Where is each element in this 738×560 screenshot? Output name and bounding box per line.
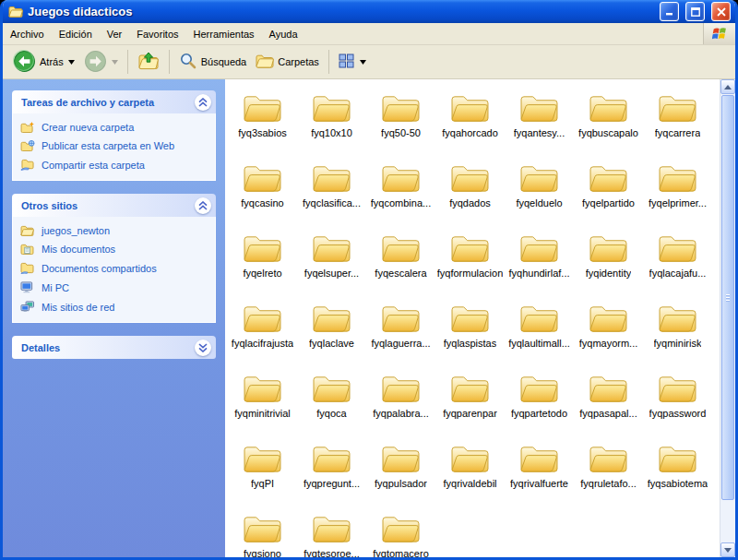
folder-item[interactable]: fyqsabiotema: [643, 440, 712, 510]
folder-item[interactable]: fyqlaspistas: [435, 300, 505, 370]
folder-item[interactable]: fyq10x10: [297, 89, 366, 160]
views-button[interactable]: [334, 51, 371, 73]
folder-item[interactable]: fyqPI: [228, 440, 297, 510]
chevron-down-icon[interactable]: [195, 340, 211, 356]
folder-item[interactable]: fyqpassword: [643, 370, 712, 440]
folder-item[interactable]: fyqelsuper...: [297, 230, 366, 300]
folder-item[interactable]: fyqpulsador: [366, 440, 435, 510]
folder-item[interactable]: fyqlacajafu...: [643, 230, 712, 300]
file-list-area[interactable]: fyq3sabiosfyq10x10fyq50-50fyqahorcadofyq…: [225, 79, 735, 557]
folder-item[interactable]: fyqtesoroe...: [297, 510, 366, 557]
folder-item[interactable]: fyq50-50: [366, 89, 435, 160]
folder-item[interactable]: fyqelpartido: [574, 160, 643, 230]
forward-dropdown-icon[interactable]: [112, 60, 118, 65]
folder-item[interactable]: fyqparenpar: [435, 370, 505, 440]
folder-item[interactable]: fyqpalabra...: [366, 370, 435, 440]
chevron-up-icon[interactable]: [195, 197, 211, 214]
sidebar-item[interactable]: Mis sitios de red: [20, 301, 208, 313]
folders-button[interactable]: Carpetas: [251, 51, 324, 74]
folder-item[interactable]: fyqhundirlaf...: [505, 230, 574, 300]
menu-item-archivo[interactable]: Archivo: [3, 23, 52, 44]
folder-item[interactable]: fyqruletafo...: [574, 440, 643, 510]
folder-item[interactable]: fyqdados: [435, 160, 505, 230]
folder-item[interactable]: fyqmayorm...: [574, 300, 643, 370]
folder-item[interactable]: fyqminirisk: [643, 300, 712, 370]
vertical-scrollbar[interactable]: [720, 79, 735, 557]
toolbar-separator: [169, 50, 170, 74]
folder-item[interactable]: fyqlaguerra...: [366, 300, 435, 370]
folder-item[interactable]: fyqantesy...: [505, 89, 574, 160]
folder-item[interactable]: fyqminitrivial: [228, 370, 297, 440]
sidebar-item[interactable]: Crear nueva carpeta: [20, 122, 208, 133]
search-button[interactable]: Búsqueda: [174, 49, 252, 75]
scroll-up-button[interactable]: [720, 79, 735, 94]
views-dropdown-icon[interactable]: [360, 60, 366, 65]
folders-icon: [256, 54, 274, 71]
panel-header[interactable]: Detalles: [12, 336, 216, 359]
folder-item[interactable]: fyqcasino: [228, 160, 297, 230]
up-button[interactable]: [133, 48, 164, 76]
folder-up-icon: [137, 51, 160, 73]
folder-item[interactable]: fyqelprimer...: [643, 160, 712, 230]
folder-item[interactable]: fyqescalera: [366, 230, 435, 300]
minimize-button[interactable]: [660, 2, 679, 21]
menu-item-ver[interactable]: Ver: [100, 23, 130, 44]
folder-item[interactable]: fyqlaultimall...: [505, 300, 574, 370]
folder-item[interactable]: fyq3sabios: [228, 89, 297, 160]
folder-icon: [449, 370, 491, 406]
views-icon: [339, 54, 355, 70]
folder-icon: [311, 160, 352, 196]
folder-item[interactable]: fyqpregunt...: [297, 440, 366, 510]
sidebar-item[interactable]: Mi PC: [20, 281, 208, 293]
menu-item-herramientas[interactable]: Herramientas: [186, 23, 262, 44]
folder-item[interactable]: fyqoca: [297, 370, 366, 440]
folder-icon: [380, 160, 422, 196]
title-bar[interactable]: Juegos didacticos: [3, 0, 735, 23]
sidebar-item[interactable]: juegos_newton: [20, 225, 208, 236]
sidebar-item[interactable]: Publicar esta carpeta en Web: [20, 140, 208, 151]
sidebar-item[interactable]: Compartir esta carpeta: [20, 159, 208, 171]
folder-label: fyqcasino: [241, 197, 283, 209]
folder-item[interactable]: fyqlacifrajusta: [228, 300, 297, 370]
folder-item[interactable]: fyqrivalfuerte: [505, 440, 574, 510]
menu-item-ayuda[interactable]: Ayuda: [262, 23, 305, 44]
menu-item-favoritos[interactable]: Favoritos: [129, 23, 185, 44]
menu-item-edicion[interactable]: Edición: [52, 23, 100, 44]
folder-web-icon: [20, 140, 36, 151]
sidebar-item[interactable]: Documentos compartidos: [20, 262, 208, 274]
folder-item[interactable]: fyqrivaldebil: [435, 440, 505, 510]
network-icon: [20, 301, 36, 313]
close-button[interactable]: [711, 2, 731, 21]
folder-item[interactable]: fyqahorcado: [435, 89, 505, 160]
back-button[interactable]: Atrás: [8, 47, 79, 77]
folder-item[interactable]: fyqcombina...: [366, 160, 435, 230]
folder-item[interactable]: fyqlaclave: [297, 300, 366, 370]
folder-item[interactable]: fyqpasapal...: [574, 370, 643, 440]
scrollbar-thumb[interactable]: [721, 95, 734, 500]
folder-item[interactable]: fyqbuscapalo: [574, 89, 643, 160]
folder-item[interactable]: fyqelduelo: [505, 160, 574, 230]
forward-button[interactable]: [79, 47, 123, 77]
maximize-button[interactable]: [685, 2, 705, 21]
folder-label: fyqpassword: [649, 408, 707, 419]
folder-label: fyqelreto: [243, 268, 281, 279]
folder-label: fyq50-50: [381, 127, 421, 138]
panel-header[interactable]: Otros sitios: [12, 194, 216, 217]
back-dropdown-icon[interactable]: [68, 60, 75, 65]
folder-item[interactable]: fyqsiono: [228, 510, 297, 557]
folder-item[interactable]: fyqidentity: [574, 230, 643, 300]
folder-item[interactable]: fyqtomacero: [366, 510, 435, 557]
panel-header[interactable]: Tareas de archivo y carpeta: [12, 90, 216, 113]
sidebar-item-label: Mi PC: [42, 282, 69, 293]
folder-item[interactable]: fyqcarrera: [643, 89, 712, 160]
scroll-down-button[interactable]: [720, 542, 735, 557]
folder-item[interactable]: fyqclasifica...: [297, 160, 366, 230]
explorer-window: Juegos didacticos ArchivoEdiciónVerFavor…: [0, 0, 738, 560]
folder-label: fyqlaultimall...: [508, 338, 570, 349]
folder-item[interactable]: fyqformulacion: [435, 230, 505, 300]
sidebar-item[interactable]: Mis documentos: [20, 244, 208, 255]
scrollbar-track[interactable]: [720, 94, 735, 542]
folder-item[interactable]: fyqelreto: [228, 230, 297, 300]
chevron-up-icon[interactable]: [195, 94, 211, 111]
folder-item[interactable]: fyqpartetodo: [505, 370, 574, 440]
